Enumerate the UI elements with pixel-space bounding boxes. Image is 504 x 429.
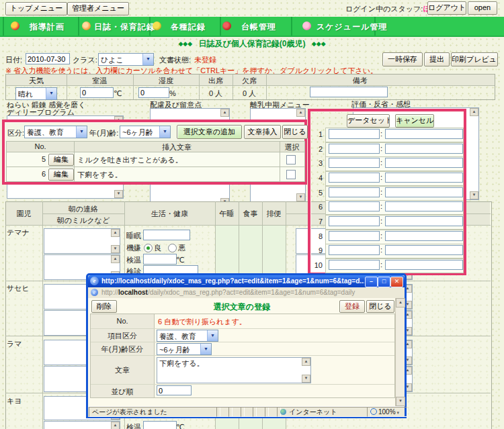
item-category-select[interactable]: 養護、教育▼ — [157, 330, 218, 342]
edit-button[interactable]: 編集 — [48, 154, 74, 166]
admin-menu-button[interactable]: 管理者メニュー — [67, 2, 129, 15]
close-icon[interactable]: ✕ — [390, 277, 403, 287]
morning-milk-textarea[interactable]: ▲▼ — [44, 421, 120, 429]
chevron-down-icon[interactable]: ▼ — [142, 54, 153, 65]
chevron-down-icon[interactable]: ▾ — [396, 410, 399, 415]
nav-item-ledger[interactable]: 台帳管理 — [241, 21, 276, 33]
close-popup-button[interactable]: 閉じる — [366, 300, 394, 313]
date-input[interactable] — [26, 53, 70, 64]
scroll-up-icon[interactable]: ▲ — [220, 109, 229, 117]
nav-item-schedule[interactable]: スケジュール管理 — [317, 21, 387, 33]
insert-text-button[interactable]: 文章挿入 — [244, 125, 281, 139]
open-button[interactable]: open — [468, 1, 497, 15]
status-zoom[interactable]: 100% ▾ — [367, 407, 407, 417]
scroll-up-icon[interactable]: ▲ — [396, 298, 405, 307]
morning-contact-textarea[interactable]: ▲▼ — [44, 228, 120, 254]
scroll-up-icon[interactable]: ▲ — [302, 358, 310, 366]
popup-address-url[interactable]: http://localhost/daily/xdoc_mas_reg.php?… — [101, 289, 355, 296]
chevron-down-icon[interactable]: ▼ — [159, 126, 170, 138]
mood-good-radio[interactable] — [144, 244, 153, 252]
dataset-value-input[interactable] — [385, 231, 463, 241]
dataset-key-input[interactable] — [329, 216, 380, 226]
dataset-row-number: 10 — [312, 261, 323, 269]
dataset-key-input[interactable] — [329, 158, 380, 168]
nav-item-various-records[interactable]: 各種記録 — [171, 21, 206, 33]
register-button[interactable]: 登録 — [339, 300, 365, 313]
select-checkbox[interactable] — [286, 170, 296, 179]
temp-save-button[interactable]: 一時保存 — [382, 52, 423, 66]
temp-input[interactable] — [143, 254, 177, 265]
sleep-input[interactable] — [143, 230, 190, 240]
temp-input[interactable] — [143, 421, 177, 429]
remarks-input[interactable] — [310, 87, 388, 97]
chevron-down-icon[interactable]: ▼ — [207, 330, 218, 341]
scroll-up-icon[interactable]: ▲ — [111, 229, 120, 237]
add-text-button[interactable]: 選択文章の追加 — [177, 125, 242, 139]
age-category-select[interactable]: ~6ヶ月齢▼ — [157, 343, 212, 355]
nav-item-guidance-plan[interactable]: 指導計画 — [30, 21, 65, 33]
dataset-value-input[interactable] — [385, 216, 463, 226]
text-field-textarea[interactable]: 下痢をする。▲▼ — [157, 357, 311, 383]
dataset-key-input[interactable] — [329, 173, 380, 183]
dataset-key-input[interactable] — [329, 260, 380, 270]
sort-order-input[interactable] — [157, 385, 192, 395]
dataset-key-input[interactable] — [329, 201, 380, 211]
scroll-up-icon[interactable]: ▲ — [111, 422, 120, 429]
dataset-key-input[interactable] — [329, 129, 380, 139]
dataset-key-input[interactable] — [329, 231, 380, 241]
nav-divider — [3, 17, 4, 36]
popup-title-bar[interactable]: e http://localhost/daily/xdoc_mas_reg.ph… — [88, 275, 405, 287]
dataset-value-input[interactable] — [385, 144, 463, 154]
dataset-value-input[interactable] — [385, 158, 463, 168]
dataset-value-input[interactable] — [385, 129, 463, 139]
submit-button[interactable]: 提出 — [424, 52, 450, 66]
scroll-up-icon[interactable]: ▲ — [470, 108, 478, 116]
edit-button[interactable]: 編集 — [48, 169, 74, 181]
dataset-button[interactable]: データセット — [347, 114, 390, 128]
weather-select-value: 晴れ — [18, 89, 46, 99]
minimize-icon[interactable]: – — [365, 277, 378, 287]
category-select[interactable]: 養護、教育▼ — [24, 126, 87, 138]
chevron-down-icon[interactable]: ▼ — [200, 344, 211, 354]
text-picker-panel: 区分: 養護、教育▼ 年(月)齢: ~6ヶ月齢▼ 選択文章の追加 文章挿入 閉じ… — [2, 120, 307, 185]
scroll-down-icon[interactable]: ▼ — [111, 245, 120, 253]
mood-bad-radio[interactable] — [168, 244, 177, 252]
scroll-down-icon[interactable]: ▼ — [296, 193, 305, 201]
dataset-key-input[interactable] — [329, 144, 380, 154]
nav-item-diary-records[interactable]: 日誌・保育記録 — [94, 21, 155, 33]
scroll-up-icon[interactable]: ▲ — [111, 255, 120, 263]
popup-label-column — [91, 314, 155, 397]
scroll-up-icon[interactable]: ▲ — [296, 109, 305, 117]
dataset-value-input[interactable] — [385, 260, 463, 270]
dataset-value-input[interactable] — [385, 201, 463, 211]
select-checkbox[interactable] — [286, 155, 296, 164]
close-picker-button[interactable]: 閉じる — [282, 125, 308, 139]
scroll-down-icon[interactable]: ▼ — [114, 190, 123, 198]
class-select[interactable]: ひよこ▼ — [98, 53, 154, 66]
chevron-down-icon[interactable]: ▼ — [46, 88, 56, 99]
dataset-value-input[interactable] — [385, 187, 463, 197]
room-temp-input[interactable] — [80, 87, 114, 98]
weather-select[interactable]: 晴れ▼ — [15, 87, 57, 100]
chevron-down-icon[interactable]: ▼ — [76, 126, 87, 138]
scroll-down-icon[interactable]: ▼ — [396, 397, 405, 406]
dataset-panel: データセット キャンセル 1 : 2 : 3 : 4 — [308, 109, 466, 275]
scroll-down-icon[interactable]: ▼ — [302, 375, 310, 383]
dataset-key-input[interactable] — [329, 245, 380, 255]
dataset-key-input[interactable] — [329, 187, 380, 197]
no-value: 6 自動で割り振られます。 — [158, 317, 247, 327]
dataset-value-input[interactable] — [385, 245, 463, 255]
colon: : — [380, 202, 382, 210]
dataset-value-input[interactable] — [385, 173, 463, 183]
age-select[interactable]: ~6ヶ月齢▼ — [120, 126, 171, 138]
cancel-button[interactable]: キャンセル — [395, 114, 434, 128]
dataset-row-number: 3 — [312, 159, 323, 167]
scroll-down-icon[interactable]: ▼ — [470, 191, 478, 199]
top-menu-button[interactable]: トップメニュー — [5, 2, 67, 15]
print-preview-button[interactable]: 印刷プレビュー — [451, 52, 498, 66]
humidity-input[interactable] — [138, 87, 169, 98]
maximize-icon[interactable]: □ — [378, 277, 390, 287]
logout-button[interactable]: ログアウト — [427, 1, 466, 15]
popup-scrollbar[interactable]: ▲ ▼ — [395, 298, 405, 406]
dataset-row: : — [325, 230, 464, 244]
